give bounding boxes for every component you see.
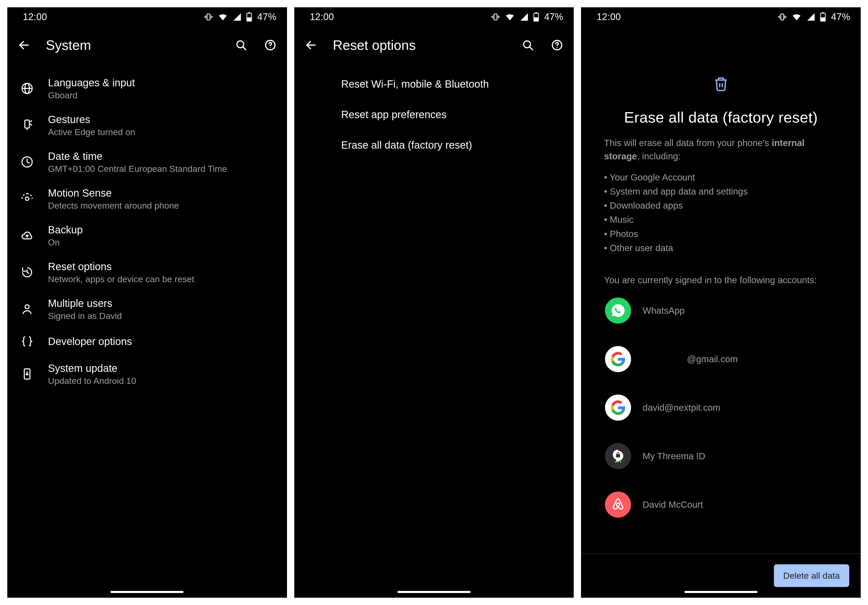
- update-icon: [17, 367, 48, 381]
- signed-in-text: You are currently signed in to the follo…: [604, 273, 838, 287]
- account-name: David McCourt: [643, 500, 703, 510]
- account-threema[interactable]: My Threema ID: [605, 443, 838, 469]
- signal-icon: [520, 12, 529, 22]
- settings-list: Languages & input Gboard Gestures Active…: [7, 64, 287, 392]
- google-icon: [605, 346, 631, 372]
- battery-icon: [246, 12, 252, 22]
- account-name: My Threema ID: [643, 451, 705, 461]
- nav-handle[interactable]: [397, 591, 471, 593]
- setting-backup[interactable]: Backup On: [7, 217, 287, 254]
- reset-wifi-mobile-bluetooth[interactable]: Reset Wi-Fi, mobile & Bluetooth: [294, 69, 574, 99]
- google-icon: [605, 394, 631, 420]
- setting-label: Languages & input: [48, 76, 273, 89]
- screen-system: 12:00 47% System: [7, 7, 287, 598]
- setting-developer-options[interactable]: Developer options: [7, 327, 287, 355]
- bullet: Photos: [604, 227, 838, 241]
- account-google-1[interactable]: @gmail.com: [605, 346, 838, 372]
- erase-description: This will erase all data from your phone…: [604, 137, 838, 163]
- back-button[interactable]: [17, 38, 31, 53]
- setting-multiple-users[interactable]: Multiple users Signed in as David: [7, 290, 287, 327]
- account-name: WhatsApp: [643, 306, 685, 316]
- battery-icon: [820, 12, 826, 22]
- search-button[interactable]: [234, 38, 248, 53]
- page-title: Reset options: [333, 37, 506, 53]
- search-button[interactable]: [521, 38, 535, 53]
- user-icon: [17, 302, 48, 316]
- erase-body: Erase all data (factory reset) This will…: [581, 26, 861, 518]
- airbnb-icon: [605, 492, 631, 518]
- account-name: david@nextpit.com: [643, 402, 720, 413]
- threema-icon: [605, 443, 631, 469]
- setting-sub: Active Edge turned on: [48, 127, 273, 137]
- whatsapp-icon: [605, 298, 631, 324]
- svg-point-33: [556, 47, 558, 48]
- help-button[interactable]: [263, 38, 277, 53]
- page-title: System: [46, 37, 219, 53]
- status-icons: 47%: [204, 11, 277, 22]
- setting-label: Reset options: [48, 260, 273, 273]
- setting-date-time[interactable]: Date & time GMT+01:00 Central European S…: [7, 143, 287, 180]
- signal-icon: [233, 12, 242, 22]
- status-bar: 12:00 47%: [7, 7, 287, 26]
- erase-all-data[interactable]: Erase all data (factory reset): [294, 130, 574, 160]
- page-title: Erase all data (factory reset): [604, 109, 838, 126]
- setting-sub: Signed in as David: [48, 311, 273, 321]
- braces-icon: [17, 335, 48, 348]
- reset-list: Reset Wi-Fi, mobile & Bluetooth Reset ap…: [294, 64, 574, 160]
- battery-icon: [533, 12, 539, 22]
- nav-handle[interactable]: [110, 591, 183, 593]
- account-airbnb[interactable]: David McCourt: [605, 492, 838, 518]
- status-time: 12:00: [23, 11, 47, 22]
- account-name: @gmail.com: [643, 354, 738, 364]
- setting-label: Motion Sense: [48, 186, 273, 200]
- wifi-icon: [505, 12, 515, 22]
- bullet: System and app data and settings: [604, 185, 838, 199]
- setting-sub: Gboard: [48, 90, 273, 101]
- svg-rect-6: [248, 12, 250, 13]
- setting-motion-sense[interactable]: Motion Sense Detects movement around pho…: [7, 180, 287, 217]
- trash-icon: [713, 76, 729, 93]
- signal-icon: [806, 12, 815, 22]
- screen-reset-options: 12:00 47% Reset options: [294, 7, 574, 598]
- setting-languages-input[interactable]: Languages & input Gboard: [7, 70, 287, 107]
- setting-sub: Network, apps or device can be reset: [48, 274, 273, 284]
- setting-reset-options[interactable]: Reset options Network, apps or device ca…: [7, 254, 287, 290]
- vibrate-icon: [778, 12, 787, 22]
- svg-point-12: [270, 47, 271, 48]
- status-time: 12:00: [597, 11, 621, 22]
- reset-app-preferences[interactable]: Reset app preferences: [294, 99, 574, 130]
- svg-point-44: [615, 461, 617, 463]
- setting-system-update[interactable]: System update Updated to Android 10: [7, 355, 287, 392]
- setting-label: System update: [48, 362, 273, 375]
- svg-rect-27: [535, 12, 537, 13]
- setting-gestures[interactable]: Gestures Active Edge turned on: [7, 107, 287, 143]
- svg-line-31: [530, 47, 533, 50]
- svg-rect-28: [534, 17, 538, 21]
- header: System: [7, 26, 287, 64]
- svg-rect-40: [822, 12, 824, 13]
- setting-sub: Detects movement around phone: [48, 200, 273, 211]
- restore-icon: [17, 265, 48, 279]
- motion-icon: [17, 192, 48, 205]
- setting-label: Date & time: [48, 150, 273, 163]
- bullet: Other user data: [604, 241, 838, 255]
- status-icons: 47%: [491, 11, 564, 22]
- delete-all-data-button[interactable]: Delete all data: [774, 564, 849, 587]
- setting-sub: Updated to Android 10: [48, 376, 273, 386]
- help-button[interactable]: [550, 38, 564, 53]
- setting-sub: GMT+01:00 Central European Standard Time: [48, 164, 273, 174]
- svg-point-19: [25, 305, 29, 309]
- clock-icon: [17, 155, 48, 169]
- vibrate-icon: [204, 12, 213, 22]
- svg-point-18: [26, 197, 29, 200]
- svg-rect-21: [494, 14, 497, 20]
- account-whatsapp[interactable]: WhatsApp: [605, 298, 838, 324]
- nav-handle[interactable]: [685, 591, 758, 593]
- svg-rect-34: [781, 14, 784, 20]
- setting-label: Gestures: [48, 113, 273, 126]
- back-button[interactable]: [304, 38, 318, 53]
- account-google-2[interactable]: david@nextpit.com: [605, 394, 838, 420]
- setting-label: Backup: [48, 223, 273, 236]
- status-icons: 47%: [778, 11, 850, 22]
- svg-line-10: [243, 47, 246, 50]
